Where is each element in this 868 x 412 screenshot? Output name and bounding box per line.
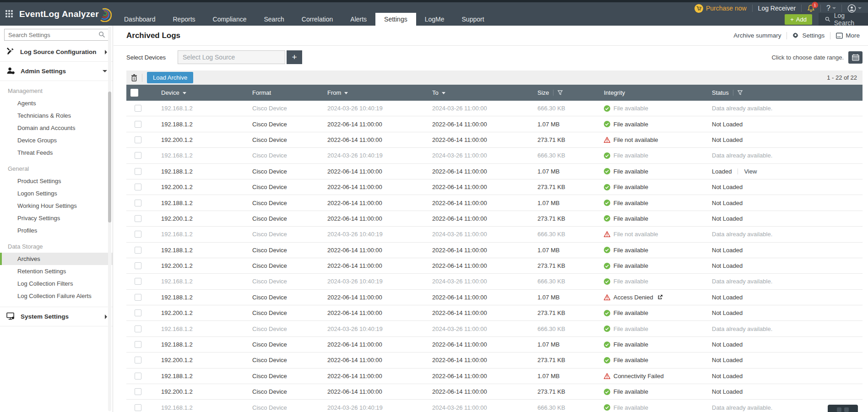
cart-icon [694, 4, 703, 13]
row-checkbox[interactable] [135, 200, 141, 206]
row-checkbox[interactable] [135, 294, 141, 301]
row-checkbox[interactable] [135, 309, 141, 316]
row-checkbox[interactable] [135, 105, 141, 112]
log-search-button[interactable]: Log Search [819, 13, 868, 26]
notifications-button[interactable]: 1 [807, 4, 815, 12]
status-cell: Not Loaded [708, 262, 863, 269]
integrity-cell: Connectivity Failed [600, 373, 708, 379]
nav-tab-support[interactable]: Support [453, 13, 493, 26]
row-checkbox[interactable] [135, 357, 141, 363]
nav-tab-alerts[interactable]: Alerts [342, 13, 375, 26]
table-row: 192.168.1.2Cisco Device2024-03-26 10:40:… [126, 274, 863, 289]
to-cell: 2022-06-14 11:00:00 [429, 373, 534, 379]
sidebar-item-logon-settings[interactable]: Logon Settings [0, 187, 113, 200]
sidebar-item-log-collection-failure-alerts[interactable]: Log Collection Failure Alerts [0, 290, 113, 302]
purchase-now-button[interactable]: Purchase now [694, 4, 747, 13]
from-cell: 2022-06-14 11:00:00 [324, 215, 429, 222]
filter-icon[interactable] [558, 90, 563, 95]
sidebar-item-profiles[interactable]: Profiles [0, 224, 113, 237]
add-button[interactable]: + Add [785, 14, 812, 25]
search-settings-input[interactable] [4, 29, 109, 41]
log-receiver-link[interactable]: Log Receiver [758, 5, 796, 12]
load-archive-button[interactable]: Load Archive [147, 72, 193, 83]
format-cell: Cisco Device [249, 200, 324, 206]
to-cell: 2024-03-26 11:00:00 [429, 325, 534, 332]
floating-widget[interactable] [828, 405, 858, 412]
row-checkbox[interactable] [135, 152, 141, 159]
sidebar-item-device-groups[interactable]: Device Groups [0, 134, 113, 146]
sidebar-item-log-collection-filters[interactable]: Log Collection Filters [0, 277, 113, 290]
row-checkbox[interactable] [135, 215, 141, 222]
nav-tab-settings[interactable]: Settings [375, 13, 416, 26]
row-checkbox[interactable] [135, 262, 141, 269]
apps-grid-icon[interactable] [5, 10, 14, 18]
sidebar-item-agents[interactable]: Agents [0, 97, 113, 109]
row-checkbox[interactable] [135, 388, 141, 395]
to-cell: 2024-03-26 11:00:00 [429, 278, 534, 285]
column-header-to[interactable]: To [429, 89, 534, 96]
row-checkbox[interactable] [135, 121, 141, 128]
integrity-cell: File available [600, 121, 708, 128]
row-checkbox[interactable] [135, 231, 141, 238]
sidebar-item-technicians-roles[interactable]: Technicians & Roles [0, 109, 113, 122]
page-header: Archived Logs Archive summary Settings M… [114, 26, 868, 46]
date-range-picker-button[interactable] [848, 51, 863, 64]
nav-tab-search[interactable]: Search [255, 13, 293, 26]
row-checkbox[interactable] [135, 373, 141, 379]
sidebar-item-archives[interactable]: Archives [0, 253, 113, 265]
monitor-gear-icon [6, 312, 15, 321]
status-cell: Not Loaded [708, 200, 863, 206]
integrity-cell: Access Denied [600, 294, 708, 301]
size-cell: 666.30 KB [534, 325, 600, 332]
divider [752, 5, 753, 12]
gear-icon [792, 32, 799, 39]
row-checkbox[interactable] [135, 325, 141, 332]
sidebar-item-domain-and-accounts[interactable]: Domain and Accounts [0, 122, 113, 134]
nav-tab-correlation[interactable]: Correlation [293, 13, 342, 26]
sidebar-item-system-settings[interactable]: System Settings [0, 307, 113, 326]
more-link[interactable]: More [836, 32, 860, 39]
row-checkbox[interactable] [135, 341, 141, 348]
sidebar-item-log-source-configuration[interactable]: Log Source Configuration [0, 43, 113, 62]
integrity-cell: File available [600, 404, 708, 411]
integrity-text: File available [613, 215, 648, 222]
sidebar-item-threat-feeds[interactable]: Threat Feeds [0, 146, 113, 159]
row-checkbox[interactable] [135, 168, 141, 175]
select-log-source-input[interactable] [178, 50, 285, 64]
sidebar-item-privacy-settings[interactable]: Privacy Settings [0, 212, 113, 224]
row-checkbox[interactable] [135, 278, 141, 285]
delete-button[interactable] [131, 74, 137, 81]
user-menu-button[interactable] [847, 4, 862, 13]
add-log-source-button[interactable]: + [287, 50, 302, 64]
row-checkbox[interactable] [135, 136, 141, 143]
integrity-text: File available [613, 404, 648, 411]
status-cell: Not Loaded [708, 247, 863, 254]
view-link[interactable]: View [744, 168, 757, 175]
size-cell: 1.07 MB [534, 168, 600, 175]
nav-tab-dashboard[interactable]: Dashboard [115, 13, 164, 26]
warning-triangle-icon [604, 294, 610, 300]
nav-tab-reports[interactable]: Reports [164, 13, 204, 26]
row-checkbox[interactable] [135, 184, 141, 190]
sidebar-item-working-hour-settings[interactable]: Working Hour Settings [0, 200, 113, 212]
archive-settings-link[interactable]: Settings [792, 32, 825, 39]
column-header-from[interactable]: From [324, 89, 429, 96]
help-button[interactable]: ? [826, 4, 836, 12]
sidebar-item-retention-settings[interactable]: Retention Settings [0, 265, 113, 277]
check-circle-icon [604, 389, 610, 395]
row-checkbox[interactable] [135, 404, 141, 411]
nav-tab-logme[interactable]: LogMe [416, 13, 453, 26]
archive-summary-link[interactable]: Archive summary [733, 32, 781, 39]
row-checkbox[interactable] [135, 247, 141, 254]
external-link-icon[interactable] [657, 294, 663, 300]
select-all-checkbox[interactable] [130, 89, 138, 97]
check-circle-icon [604, 105, 610, 112]
status-text: Data already available. [712, 325, 772, 332]
sidebar-item-product-settings[interactable]: Product Settings [0, 175, 113, 187]
filter-icon[interactable] [738, 90, 743, 95]
sidebar-scrollbar-thumb[interactable] [108, 92, 111, 222]
column-header-device[interactable]: Device [157, 89, 249, 96]
nav-tab-compliance[interactable]: Compliance [204, 13, 255, 26]
row-checkbox-cell [126, 309, 157, 316]
sidebar-item-admin-settings[interactable]: Admin Settings [0, 62, 113, 81]
